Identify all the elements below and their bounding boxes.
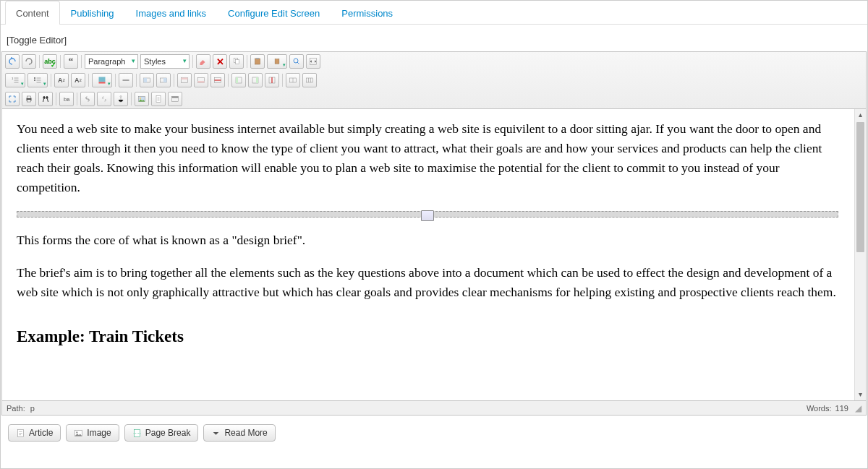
print-button[interactable]: [22, 92, 36, 106]
superscript-button[interactable]: A2: [71, 73, 85, 87]
page-break-button[interactable]: Page Break: [124, 424, 199, 442]
toolbar-row-3: ba: [2, 90, 866, 108]
table-col2-button[interactable]: [248, 73, 263, 87]
svg-rect-29: [27, 96, 31, 98]
fullscreen-button[interactable]: [5, 92, 20, 106]
path-display: Path: p: [7, 404, 35, 413]
svg-rect-19: [198, 81, 205, 83]
ordered-list-button[interactable]: 1▾: [5, 73, 25, 87]
scroll-track[interactable]: [855, 121, 866, 389]
words-label: Words:: [807, 404, 832, 413]
words-display: Words: 119 ◢: [807, 403, 861, 413]
svg-point-8: [34, 77, 35, 79]
table-row1-button[interactable]: [177, 73, 192, 87]
tab-permissions[interactable]: Permissions: [331, 1, 404, 25]
toggle-editor-link[interactable]: [Toggle Editor]: [7, 35, 67, 46]
article-button[interactable]: Article: [8, 424, 61, 442]
image-icon: [74, 429, 83, 438]
editor-area: You need a web site to make your busines…: [1, 109, 867, 401]
image-label: Image: [87, 428, 111, 438]
editor-content[interactable]: You need a web site to make your busines…: [2, 109, 853, 400]
svg-rect-13: [144, 78, 148, 82]
svg-rect-15: [163, 78, 167, 82]
insert-button[interactable]: [168, 92, 182, 106]
search-button[interactable]: [38, 92, 53, 106]
split-cells-button[interactable]: [302, 73, 317, 87]
unlink-button[interactable]: [97, 92, 111, 106]
paste-button[interactable]: [250, 54, 265, 69]
svg-rect-4: [275, 59, 279, 64]
insert-buttons-row: Article Image Page Break Read More: [1, 416, 867, 442]
svg-point-39: [77, 431, 78, 433]
scroll-down-arrow[interactable]: ▾: [855, 389, 866, 400]
read-more-button[interactable]: Read More: [203, 424, 275, 442]
tabs-bar: Content Publishing Images and links Conf…: [1, 1, 867, 25]
merge-cells-button[interactable]: [286, 73, 300, 87]
source-button[interactable]: [306, 54, 320, 69]
tab-configure-edit[interactable]: Configure Edit Screen: [217, 1, 331, 25]
svg-rect-17: [182, 78, 188, 80]
table-row2-button[interactable]: [194, 73, 208, 87]
paste-option-button[interactable]: ▾: [267, 54, 287, 69]
tab-content[interactable]: Content: [5, 1, 60, 25]
svg-point-31: [120, 96, 122, 98]
subscript-button[interactable]: A2: [54, 73, 69, 87]
svg-rect-24: [256, 77, 258, 83]
table-cell2-button[interactable]: [156, 73, 171, 87]
resize-handle-icon[interactable]: ◢: [855, 403, 861, 413]
scroll-thumb[interactable]: [856, 122, 864, 252]
chevron-down-icon: [211, 429, 221, 438]
svg-rect-3: [256, 58, 259, 59]
forecolor-button[interactable]: ▾: [92, 73, 112, 87]
path-label: Path:: [7, 404, 25, 413]
table-cell1-button[interactable]: [140, 73, 154, 87]
hr-button[interactable]: [119, 73, 133, 87]
readmore-divider[interactable]: [17, 211, 838, 218]
page-break-label: Page Break: [145, 428, 191, 438]
toolbar-row-1: abc✓ “ Paragraph Styles ✕ ▾: [2, 52, 866, 71]
svg-rect-11: [99, 82, 106, 84]
delete-button[interactable]: ✕: [213, 54, 227, 69]
svg-rect-10: [99, 77, 106, 82]
svg-rect-36: [172, 97, 179, 98]
image-insert-button[interactable]: Image: [66, 424, 119, 442]
image-button[interactable]: [135, 92, 149, 106]
anchor-button[interactable]: [114, 92, 128, 106]
table-col-delete-button[interactable]: [265, 73, 279, 87]
scroll-up-arrow[interactable]: ▴: [855, 109, 866, 121]
table-col1-button[interactable]: [231, 73, 246, 87]
svg-rect-1: [236, 60, 239, 64]
paragraph-1[interactable]: You need a web site to make your busines…: [17, 119, 838, 198]
vertical-scrollbar[interactable]: ▴ ▾: [854, 109, 866, 400]
file-button[interactable]: [151, 92, 166, 106]
blockquote-button[interactable]: “: [64, 54, 78, 69]
eraser-button[interactable]: [196, 54, 210, 69]
spellcheck-button[interactable]: abc✓: [43, 54, 57, 69]
tab-publishing[interactable]: Publishing: [60, 1, 125, 25]
table-row-delete-button[interactable]: [210, 73, 225, 87]
editor-toolbar: abc✓ “ Paragraph Styles ✕ ▾ 1▾ ▾ A2 A2 ▾: [1, 51, 867, 109]
svg-rect-22: [236, 77, 238, 83]
path-value[interactable]: p: [30, 404, 35, 413]
svg-rect-30: [27, 100, 31, 102]
find-replace-button[interactable]: [289, 54, 304, 69]
page-break-icon: [132, 429, 142, 438]
undo-button[interactable]: [5, 54, 20, 69]
svg-point-9: [34, 79, 35, 81]
redo-button[interactable]: [22, 54, 36, 69]
paragraph-3[interactable]: The brief's aim is to bring together all…: [17, 263, 838, 302]
editor-container: Content Publishing Images and links Conf…: [0, 0, 868, 469]
file-icon: [16, 429, 25, 438]
editor-statusbar: Path: p Words: 119 ◢: [1, 401, 867, 416]
unordered-list-button[interactable]: ▾: [27, 73, 48, 87]
heading-example[interactable]: Example: Train Tickets: [17, 324, 838, 350]
svg-rect-27: [307, 78, 313, 82]
copy-button[interactable]: [229, 54, 244, 69]
paragraph-2[interactable]: This forms the core of what is known as …: [17, 231, 838, 250]
toolbar-row-2: 1▾ ▾ A2 A2 ▾: [2, 71, 866, 90]
link-button[interactable]: [80, 92, 95, 106]
direction-button[interactable]: ba: [59, 92, 74, 106]
styles-select[interactable]: Styles: [140, 54, 190, 69]
paragraph-select[interactable]: Paragraph: [85, 54, 138, 69]
tab-images-links[interactable]: Images and links: [125, 1, 218, 25]
